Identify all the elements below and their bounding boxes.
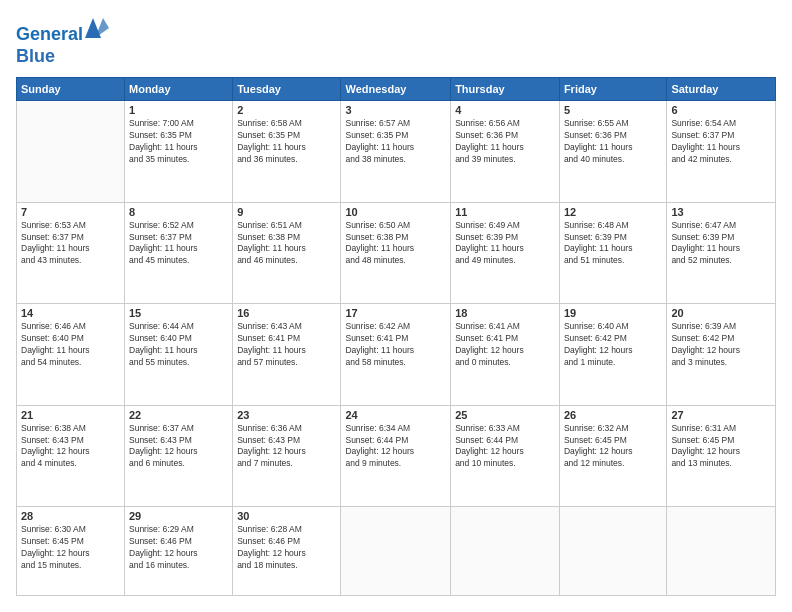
day-info: Sunrise: 6:29 AMSunset: 6:46 PMDaylight:… (129, 524, 228, 572)
weekday-header-sunday: Sunday (17, 78, 125, 101)
page: General Blue SundayMondayTuesdayWednesda… (0, 0, 792, 612)
calendar-cell: 26Sunrise: 6:32 AMSunset: 6:45 PMDayligh… (559, 405, 666, 507)
calendar-cell (341, 507, 451, 596)
day-info: Sunrise: 6:53 AMSunset: 6:37 PMDaylight:… (21, 220, 120, 268)
day-number: 9 (237, 206, 336, 218)
calendar-cell: 6Sunrise: 6:54 AMSunset: 6:37 PMDaylight… (667, 101, 776, 203)
calendar-cell: 7Sunrise: 6:53 AMSunset: 6:37 PMDaylight… (17, 202, 125, 304)
day-info: Sunrise: 6:41 AMSunset: 6:41 PMDaylight:… (455, 321, 555, 369)
calendar-cell: 1Sunrise: 7:00 AMSunset: 6:35 PMDaylight… (125, 101, 233, 203)
day-info: Sunrise: 6:38 AMSunset: 6:43 PMDaylight:… (21, 423, 120, 471)
calendar-cell: 2Sunrise: 6:58 AMSunset: 6:35 PMDaylight… (233, 101, 341, 203)
calendar-cell: 13Sunrise: 6:47 AMSunset: 6:39 PMDayligh… (667, 202, 776, 304)
day-number: 1 (129, 104, 228, 116)
calendar-cell: 4Sunrise: 6:56 AMSunset: 6:36 PMDaylight… (451, 101, 560, 203)
logo: General Blue (16, 16, 109, 67)
calendar-cell: 8Sunrise: 6:52 AMSunset: 6:37 PMDaylight… (125, 202, 233, 304)
calendar-cell: 23Sunrise: 6:36 AMSunset: 6:43 PMDayligh… (233, 405, 341, 507)
week-row-4: 21Sunrise: 6:38 AMSunset: 6:43 PMDayligh… (17, 405, 776, 507)
day-number: 23 (237, 409, 336, 421)
day-info: Sunrise: 6:46 AMSunset: 6:40 PMDaylight:… (21, 321, 120, 369)
header: General Blue (16, 16, 776, 67)
day-number: 30 (237, 510, 336, 522)
calendar-cell: 15Sunrise: 6:44 AMSunset: 6:40 PMDayligh… (125, 304, 233, 406)
calendar-cell: 10Sunrise: 6:50 AMSunset: 6:38 PMDayligh… (341, 202, 451, 304)
day-info: Sunrise: 6:34 AMSunset: 6:44 PMDaylight:… (345, 423, 446, 471)
calendar-cell: 18Sunrise: 6:41 AMSunset: 6:41 PMDayligh… (451, 304, 560, 406)
day-number: 10 (345, 206, 446, 218)
calendar-cell: 30Sunrise: 6:28 AMSunset: 6:46 PMDayligh… (233, 507, 341, 596)
logo-text: General Blue (16, 16, 109, 67)
day-info: Sunrise: 6:44 AMSunset: 6:40 PMDaylight:… (129, 321, 228, 369)
calendar-cell: 12Sunrise: 6:48 AMSunset: 6:39 PMDayligh… (559, 202, 666, 304)
day-number: 15 (129, 307, 228, 319)
day-number: 22 (129, 409, 228, 421)
day-number: 6 (671, 104, 771, 116)
day-number: 5 (564, 104, 662, 116)
day-info: Sunrise: 6:32 AMSunset: 6:45 PMDaylight:… (564, 423, 662, 471)
week-row-5: 28Sunrise: 6:30 AMSunset: 6:45 PMDayligh… (17, 507, 776, 596)
day-number: 26 (564, 409, 662, 421)
calendar-cell: 28Sunrise: 6:30 AMSunset: 6:45 PMDayligh… (17, 507, 125, 596)
weekday-header-tuesday: Tuesday (233, 78, 341, 101)
day-number: 4 (455, 104, 555, 116)
logo-blue: Blue (16, 46, 55, 66)
day-number: 25 (455, 409, 555, 421)
calendar-cell: 3Sunrise: 6:57 AMSunset: 6:35 PMDaylight… (341, 101, 451, 203)
day-number: 16 (237, 307, 336, 319)
day-number: 17 (345, 307, 446, 319)
calendar-table: SundayMondayTuesdayWednesdayThursdayFrid… (16, 77, 776, 596)
logo-icon (85, 16, 109, 40)
day-number: 11 (455, 206, 555, 218)
calendar-cell: 17Sunrise: 6:42 AMSunset: 6:41 PMDayligh… (341, 304, 451, 406)
calendar-cell: 20Sunrise: 6:39 AMSunset: 6:42 PMDayligh… (667, 304, 776, 406)
calendar-cell: 21Sunrise: 6:38 AMSunset: 6:43 PMDayligh… (17, 405, 125, 507)
day-number: 21 (21, 409, 120, 421)
day-info: Sunrise: 6:30 AMSunset: 6:45 PMDaylight:… (21, 524, 120, 572)
calendar-cell: 9Sunrise: 6:51 AMSunset: 6:38 PMDaylight… (233, 202, 341, 304)
calendar-cell: 25Sunrise: 6:33 AMSunset: 6:44 PMDayligh… (451, 405, 560, 507)
week-row-2: 7Sunrise: 6:53 AMSunset: 6:37 PMDaylight… (17, 202, 776, 304)
day-number: 29 (129, 510, 228, 522)
calendar-cell: 14Sunrise: 6:46 AMSunset: 6:40 PMDayligh… (17, 304, 125, 406)
day-info: Sunrise: 6:28 AMSunset: 6:46 PMDaylight:… (237, 524, 336, 572)
day-info: Sunrise: 6:37 AMSunset: 6:43 PMDaylight:… (129, 423, 228, 471)
day-number: 24 (345, 409, 446, 421)
calendar-cell: 11Sunrise: 6:49 AMSunset: 6:39 PMDayligh… (451, 202, 560, 304)
calendar-cell: 29Sunrise: 6:29 AMSunset: 6:46 PMDayligh… (125, 507, 233, 596)
weekday-header-wednesday: Wednesday (341, 78, 451, 101)
weekday-header-thursday: Thursday (451, 78, 560, 101)
weekday-header-saturday: Saturday (667, 78, 776, 101)
calendar-cell (667, 507, 776, 596)
day-info: Sunrise: 6:57 AMSunset: 6:35 PMDaylight:… (345, 118, 446, 166)
day-info: Sunrise: 6:47 AMSunset: 6:39 PMDaylight:… (671, 220, 771, 268)
day-number: 12 (564, 206, 662, 218)
day-number: 18 (455, 307, 555, 319)
day-info: Sunrise: 6:40 AMSunset: 6:42 PMDaylight:… (564, 321, 662, 369)
calendar-cell: 5Sunrise: 6:55 AMSunset: 6:36 PMDaylight… (559, 101, 666, 203)
calendar-cell: 19Sunrise: 6:40 AMSunset: 6:42 PMDayligh… (559, 304, 666, 406)
day-info: Sunrise: 6:51 AMSunset: 6:38 PMDaylight:… (237, 220, 336, 268)
calendar-cell: 16Sunrise: 6:43 AMSunset: 6:41 PMDayligh… (233, 304, 341, 406)
weekday-header-friday: Friday (559, 78, 666, 101)
calendar-cell (17, 101, 125, 203)
calendar-cell (451, 507, 560, 596)
day-info: Sunrise: 6:58 AMSunset: 6:35 PMDaylight:… (237, 118, 336, 166)
calendar-cell (559, 507, 666, 596)
weekday-header-monday: Monday (125, 78, 233, 101)
day-info: Sunrise: 6:49 AMSunset: 6:39 PMDaylight:… (455, 220, 555, 268)
day-info: Sunrise: 6:48 AMSunset: 6:39 PMDaylight:… (564, 220, 662, 268)
day-info: Sunrise: 6:39 AMSunset: 6:42 PMDaylight:… (671, 321, 771, 369)
svg-marker-1 (95, 18, 109, 38)
logo-general: General (16, 24, 83, 44)
day-info: Sunrise: 6:56 AMSunset: 6:36 PMDaylight:… (455, 118, 555, 166)
day-number: 13 (671, 206, 771, 218)
day-info: Sunrise: 6:43 AMSunset: 6:41 PMDaylight:… (237, 321, 336, 369)
day-info: Sunrise: 7:00 AMSunset: 6:35 PMDaylight:… (129, 118, 228, 166)
day-info: Sunrise: 6:42 AMSunset: 6:41 PMDaylight:… (345, 321, 446, 369)
week-row-3: 14Sunrise: 6:46 AMSunset: 6:40 PMDayligh… (17, 304, 776, 406)
day-info: Sunrise: 6:52 AMSunset: 6:37 PMDaylight:… (129, 220, 228, 268)
calendar-cell: 22Sunrise: 6:37 AMSunset: 6:43 PMDayligh… (125, 405, 233, 507)
day-info: Sunrise: 6:36 AMSunset: 6:43 PMDaylight:… (237, 423, 336, 471)
weekday-header-row: SundayMondayTuesdayWednesdayThursdayFrid… (17, 78, 776, 101)
